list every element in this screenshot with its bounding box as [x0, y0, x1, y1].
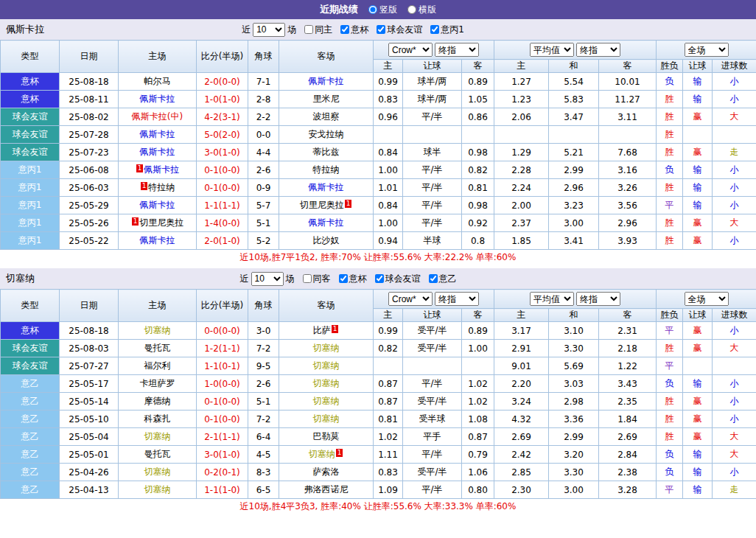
horizontal-layout-radio[interactable]: [407, 5, 416, 14]
asia-bookmaker-select[interactable]: Crow*: [388, 43, 433, 57]
team-name[interactable]: 切塞纳: [309, 449, 335, 459]
away-team[interactable]: 切塞纳: [279, 340, 374, 357]
team-name[interactable]: 特拉纳: [148, 182, 175, 192]
home-team[interactable]: 佩斯卡拉: [119, 232, 197, 250]
filter-checkbox[interactable]: [375, 274, 384, 283]
filter-option[interactable]: 同主: [298, 24, 332, 36]
team-name[interactable]: 帕尔马: [144, 76, 171, 86]
team-name[interactable]: 弗洛西诺尼: [304, 484, 349, 495]
team-name[interactable]: 切塞纳: [144, 325, 171, 335]
team-name[interactable]: 卡坦萨罗: [140, 378, 175, 388]
away-team[interactable]: 里米尼: [279, 91, 374, 108]
away-team[interactable]: 波坦察: [279, 108, 374, 126]
team-name[interactable]: 切里尼奥拉: [300, 200, 344, 210]
filter-checkbox[interactable]: [339, 274, 348, 283]
away-team[interactable]: 特拉纳: [279, 161, 374, 179]
away-team[interactable]: 切塞纳: [279, 411, 374, 428]
filter-option[interactable]: 意丙1: [424, 24, 464, 36]
euro-source-select[interactable]: 平均值: [530, 43, 574, 57]
away-team[interactable]: 比沙奴: [279, 232, 374, 250]
team-name[interactable]: 佩斯卡拉: [140, 94, 175, 104]
home-team[interactable]: 佩斯卡拉: [119, 144, 197, 161]
home-team[interactable]: 曼托瓦: [119, 446, 197, 464]
home-team[interactable]: 帕尔马: [119, 73, 197, 91]
vertical-layout-radio[interactable]: [368, 5, 377, 14]
team-name[interactable]: 佩斯卡拉: [144, 164, 179, 175]
scope-select[interactable]: 全场: [685, 292, 729, 306]
filter-checkbox[interactable]: [429, 274, 438, 283]
home-team[interactable]: 1特拉纳: [119, 179, 197, 197]
filter-checkbox[interactable]: [304, 25, 313, 34]
home-team[interactable]: 佩斯卡拉: [119, 126, 197, 144]
filter-checkbox[interactable]: [303, 274, 312, 283]
team-name[interactable]: 里米尼: [313, 94, 340, 104]
away-team[interactable]: 安戈拉纳: [279, 126, 374, 144]
away-team[interactable]: 蒂比兹: [279, 144, 374, 161]
team-name[interactable]: 曼托瓦: [144, 343, 171, 353]
home-team[interactable]: 曼托瓦: [119, 340, 197, 357]
team-name[interactable]: 切塞纳: [313, 360, 340, 371]
away-team[interactable]: 切塞纳: [279, 375, 374, 393]
team-name[interactable]: 福尔利: [144, 360, 171, 371]
home-team[interactable]: 1切里尼奥拉: [119, 214, 197, 232]
away-team[interactable]: 佩斯卡拉: [279, 73, 374, 91]
team-name[interactable]: 佩斯卡拉(中): [132, 111, 183, 122]
team-name[interactable]: 佩斯卡拉: [140, 235, 175, 245]
layout-option-horizontal[interactable]: 横版: [407, 4, 436, 16]
team-name[interactable]: 萨索洛: [313, 467, 340, 477]
euro-stage-select[interactable]: 终指: [576, 292, 620, 306]
away-team[interactable]: 切塞纳1: [279, 446, 374, 464]
away-team[interactable]: 巴勒莫: [279, 428, 374, 446]
home-team[interactable]: 科森扎: [119, 411, 197, 428]
asia-bookmaker-select[interactable]: Crow*: [388, 292, 433, 306]
home-team[interactable]: 1佩斯卡拉: [119, 161, 197, 179]
home-team[interactable]: 切塞纳: [119, 428, 197, 446]
team-name[interactable]: 摩德纳: [144, 396, 171, 406]
team-name[interactable]: 切塞纳: [313, 378, 340, 388]
filter-option[interactable]: 球会友谊: [369, 273, 421, 285]
match-count-select[interactable]: 10: [253, 23, 285, 37]
team-name[interactable]: 佩斯卡拉: [309, 217, 344, 228]
away-team[interactable]: 佩斯卡拉: [279, 179, 374, 197]
home-team[interactable]: 福尔利: [119, 357, 197, 375]
team-name[interactable]: 切塞纳: [144, 484, 171, 495]
team-name[interactable]: 比沙奴: [313, 235, 340, 245]
team-name[interactable]: 切塞纳: [313, 343, 340, 353]
filter-option[interactable]: 同客: [297, 273, 331, 285]
filter-option[interactable]: 球会友谊: [371, 24, 422, 36]
euro-stage-select[interactable]: 终指: [576, 43, 620, 57]
home-team[interactable]: 摩德纳: [119, 393, 197, 411]
filter-option[interactable]: 意杯: [335, 24, 368, 36]
scope-select[interactable]: 全场: [685, 43, 729, 57]
team-name[interactable]: 切塞纳: [313, 396, 340, 406]
filter-option[interactable]: 意乙: [423, 273, 457, 285]
team-name[interactable]: 比萨: [313, 325, 331, 335]
filter-checkbox[interactable]: [377, 25, 385, 34]
asia-stage-select[interactable]: 终指: [435, 43, 479, 57]
home-team[interactable]: 佩斯卡拉: [119, 197, 197, 214]
team-name[interactable]: 佩斯卡拉: [140, 200, 175, 210]
layout-option-vertical[interactable]: 竖版: [368, 4, 397, 16]
team-name[interactable]: 切塞纳: [144, 431, 171, 441]
away-team[interactable]: 比萨1: [279, 322, 374, 340]
euro-source-select[interactable]: 平均值: [530, 292, 574, 306]
team-name[interactable]: 曼托瓦: [144, 449, 171, 459]
team-name[interactable]: 巴勒莫: [313, 431, 340, 441]
team-name[interactable]: 蒂比兹: [313, 147, 340, 157]
match-count-select[interactable]: 10: [251, 272, 284, 286]
away-team[interactable]: 切里尼奥拉1: [279, 197, 374, 214]
home-team[interactable]: 佩斯卡拉: [119, 91, 197, 108]
away-team[interactable]: 弗洛西诺尼: [279, 481, 374, 499]
away-team[interactable]: 切塞纳: [279, 393, 374, 411]
asia-stage-select[interactable]: 终指: [435, 292, 479, 306]
team-name[interactable]: 佩斯卡拉: [140, 129, 175, 139]
team-name[interactable]: 波坦察: [313, 111, 340, 122]
team-name[interactable]: 切塞纳: [144, 467, 171, 477]
away-team[interactable]: 佩斯卡拉: [279, 214, 374, 232]
filter-checkbox[interactable]: [430, 25, 439, 34]
away-team[interactable]: 切塞纳: [279, 357, 374, 375]
home-team[interactable]: 佩斯卡拉(中): [119, 108, 197, 126]
home-team[interactable]: 卡坦萨罗: [119, 375, 197, 393]
team-name[interactable]: 佩斯卡拉: [309, 182, 344, 192]
team-name[interactable]: 切塞纳: [313, 413, 340, 424]
